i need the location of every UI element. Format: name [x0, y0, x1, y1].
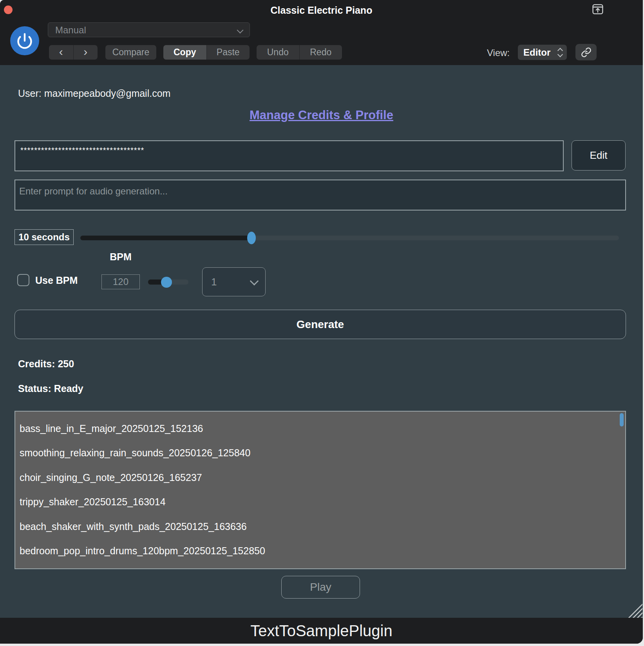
credits-text: Credits: 250: [18, 358, 74, 370]
copy-label: Copy: [174, 47, 196, 58]
use-bpm-checkbox[interactable]: [17, 274, 29, 286]
list-item[interactable]: trippy_shaker_20250125_163014: [15, 490, 625, 515]
view-label: View:: [487, 47, 510, 58]
preset-dropdown[interactable]: Manual: [48, 22, 250, 37]
redo-label: Redo: [310, 47, 331, 58]
next-preset-button[interactable]: ›: [73, 45, 98, 60]
manage-credits-link[interactable]: Manage Credits & Profile: [0, 108, 643, 122]
popout-window-icon[interactable]: [591, 3, 604, 16]
user-email-text: User: maximepeabody@gmail.com: [18, 88, 170, 99]
list-item[interactable]: bedroom_pop_intro_drums_120bpm_20250125_…: [15, 539, 625, 564]
plugin-window-stage: Classic Electric Piano Manual: [0, 0, 644, 646]
footer-bar: TextToSamplePlugin: [0, 618, 643, 644]
previous-preset-button[interactable]: ‹: [49, 45, 73, 60]
plugin-window: Classic Electric Piano Manual: [0, 0, 643, 644]
power-icon: [16, 32, 33, 49]
view-mode-value: Editor: [523, 47, 550, 58]
list-item[interactable]: bass_line_in_E_major_20250125_152136: [15, 416, 625, 441]
generate-button[interactable]: Generate: [14, 310, 626, 339]
duration-slider-fill: [80, 236, 251, 240]
preset-dropdown-value: Manual: [55, 25, 86, 35]
link-button[interactable]: [575, 44, 597, 60]
list-item[interactable]: smoothing_relaxing_rain_sounds_20250126_…: [15, 441, 625, 466]
duration-slider[interactable]: [80, 236, 619, 240]
list-item[interactable]: bass_hook_in_Gmajor_20250125_151906: [15, 563, 625, 569]
undo-button[interactable]: Undo: [257, 45, 299, 60]
use-bpm-label: Use BPM: [35, 275, 78, 286]
duration-slider-thumb[interactable]: [247, 232, 256, 244]
prompt-input[interactable]: Enter prompt for audio generation...: [14, 180, 626, 210]
power-button[interactable]: [10, 26, 39, 55]
bars-select-value: 1: [211, 276, 217, 288]
undo-redo-group: Undo Redo: [257, 45, 342, 60]
paste-button[interactable]: Paste: [206, 45, 250, 60]
link-icon: [581, 47, 592, 58]
bars-select[interactable]: 1: [202, 267, 266, 296]
status-text: Status: Ready: [18, 383, 83, 394]
paste-label: Paste: [217, 47, 240, 58]
api-key-field[interactable]: ************************************: [14, 140, 564, 171]
bpm-slider-thumb[interactable]: [161, 277, 172, 288]
bpm-value-input[interactable]: 120: [101, 274, 140, 289]
duration-value-box: 10 seconds: [14, 229, 74, 245]
edit-api-key-button[interactable]: Edit: [572, 140, 626, 171]
window-title: Classic Electric Piano: [0, 5, 643, 16]
copy-button[interactable]: Copy: [163, 45, 206, 60]
bpm-label: BPM: [101, 251, 140, 263]
preset-nav-group: ‹ ›: [49, 45, 98, 60]
chevron-right-icon: ›: [83, 46, 87, 58]
list-item[interactable]: beach_shaker_with_synth_pads_20250125_16…: [15, 514, 625, 539]
list-item[interactable]: choir_singing_G_note_20250126_165237: [15, 465, 625, 490]
copy-paste-group: Copy Paste: [163, 45, 250, 60]
chevron-down-icon: [237, 27, 244, 34]
bpm-slider[interactable]: [148, 279, 188, 285]
undo-label: Undo: [267, 47, 289, 58]
chevron-down-icon: [250, 277, 259, 286]
resize-grip[interactable]: [626, 604, 642, 618]
view-mode-select[interactable]: Editor: [518, 45, 567, 60]
sample-list[interactable]: bass_line_in_E_major_20250125_152136smoo…: [14, 411, 626, 569]
chevron-left-icon: ‹: [59, 46, 63, 58]
list-scrollbar[interactable]: [620, 413, 624, 426]
play-button[interactable]: Play: [281, 576, 360, 599]
compare-button[interactable]: Compare: [105, 45, 156, 60]
plugin-name-text: TextToSamplePlugin: [250, 622, 392, 640]
compare-label: Compare: [112, 47, 150, 58]
redo-button[interactable]: Redo: [299, 45, 342, 60]
stepper-icon: [558, 47, 563, 58]
header-bar: Classic Electric Piano Manual: [0, 0, 643, 65]
sample-rows: bass_line_in_E_major_20250125_152136smoo…: [15, 416, 625, 569]
